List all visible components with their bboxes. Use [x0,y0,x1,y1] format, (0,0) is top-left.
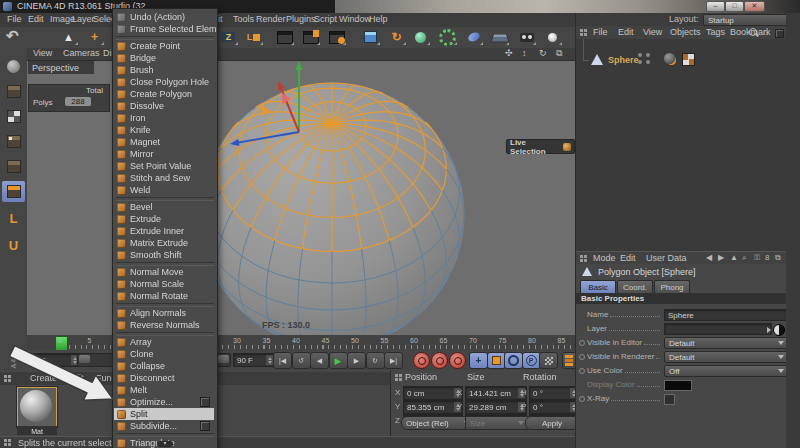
coords-field-x-0[interactable]: 0 cm [403,386,463,400]
context-menu-item-extrude-inner[interactable]: Extrude Inner [114,225,214,237]
menu-item-window[interactable]: Window [339,14,371,24]
record-rotation-toggle[interactable] [504,352,523,369]
coords-field-p-2[interactable]: 0 ° [529,400,579,414]
panel-grip-icon[interactable] [4,439,11,446]
menu-item-script[interactable]: Script [314,14,337,24]
object-manager-menu-file[interactable]: File [593,27,608,37]
coordinate-system-toggle[interactable]: Z [218,28,239,46]
close-button[interactable]: ✕ [744,1,765,12]
materials-menu-create[interactable]: Create [30,373,57,383]
context-menu-item-brush[interactable]: Brush [114,64,214,76]
keyframe-selection-button[interactable] [449,352,466,369]
maximize-button[interactable]: □ [725,1,744,12]
live-selection-tool[interactable]: ▲ [58,28,79,46]
dropdown-visible-in-editor[interactable]: Default [664,337,789,349]
context-menu-item-frame-selected-elements[interactable]: Frame Selected Elements [114,23,214,35]
object-name[interactable]: Sphere [608,55,639,65]
context-menu-item-bridge[interactable]: Bridge [114,52,214,64]
render-settings-button[interactable] [326,28,347,46]
coords-size-dropdown[interactable]: Size [465,416,529,430]
make-editable-button[interactable] [2,56,25,77]
apply-button[interactable]: Apply [525,416,579,430]
render-picture-viewer-button[interactable] [300,28,321,46]
context-menu-item-reverse-normals[interactable]: Reverse Normals [114,319,214,331]
context-menu-item-magnet[interactable]: Magnet [114,136,214,148]
menu-item-render[interactable]: Render [256,14,286,24]
points-mode-button[interactable] [2,131,25,152]
layer-popup-arrow-icon[interactable] [767,327,771,333]
context-menu-item-extrude[interactable]: Extrude [114,213,214,225]
menu-scroll-down-icon[interactable]: ▾ [157,441,173,447]
panel-grip-icon[interactable] [580,255,587,262]
menu-item-tools[interactable]: Tools [233,14,254,24]
coords-field-x-1[interactable]: 141.421 cm [465,386,527,400]
deformer-button[interactable] [463,28,484,46]
context-menu-item-optimize-[interactable]: Optimize... [114,396,214,408]
move-tool[interactable]: + [84,28,105,46]
record-keyframe-button[interactable] [413,352,430,369]
menu-item-file[interactable]: File [7,14,22,24]
context-menu-item-melt[interactable]: Melt [114,384,214,396]
record-position-toggle[interactable]: + [469,352,488,369]
camera-button[interactable] [516,28,537,46]
link-icon[interactable]: 8 [765,253,769,262]
context-menu-item-set-point-value[interactable]: Set Point Value [114,160,214,172]
context-menu-item-dissolve[interactable]: Dissolve [114,100,214,112]
materials-menu-edit[interactable]: Edit [68,373,84,383]
section-header-basic-properties[interactable]: Basic Properties [576,293,787,304]
go-end-button[interactable]: ▶| [384,352,403,369]
context-menu-item-undo-action-[interactable]: Undo (Action) [114,11,214,23]
lock-icon[interactable]: ⚿ [754,253,760,263]
polygons-mode-button[interactable] [2,181,25,202]
context-menu-item-iron[interactable]: Iron [114,112,214,124]
name-input[interactable]: Sphere [664,309,787,321]
visibility-dot[interactable] [646,53,650,57]
record-parameter-toggle[interactable]: P [522,352,541,369]
uvw-tag-icon[interactable] [682,53,695,66]
object-manager[interactable]: Sphere [576,39,787,251]
record-point-level-toggle[interactable] [539,352,558,369]
attribute-menu-edit[interactable]: Edit [620,253,636,263]
undo-icon[interactable]: ↶ [6,27,19,45]
animation-toggle-circle[interactable] [579,340,585,346]
animation-toggle-circle[interactable] [579,368,585,374]
viewport-perspective[interactable]: ViewCamerasDisplay✣↕↻⧉ Perspective Total… [27,48,575,335]
tab-basic[interactable]: Basic [580,280,616,293]
context-menu-item-collapse[interactable]: Collapse [114,360,214,372]
context-menu-item-close-polygon-hole[interactable]: Close Polygon Hole [114,76,214,88]
snap-magnet-button[interactable]: U [2,235,25,256]
animation-toggle-circle[interactable] [579,396,585,402]
attribute-menu-user-data[interactable]: User Data [646,253,687,263]
menu-item-it[interactable]: it [218,14,223,24]
tab-phong[interactable]: Phong [654,280,690,293]
coords-field-y-0[interactable]: 85.355 cm [403,400,463,414]
menu-item-layer[interactable]: Layer [72,14,95,24]
range-slider-right-handle[interactable] [218,355,229,363]
context-menu-item-align-normals[interactable]: Align Normals [114,307,214,319]
axis-mode-button[interactable]: L [2,208,25,229]
home-icon[interactable]: ⌂ [763,27,768,37]
model-mode-button[interactable] [2,81,25,102]
frame-back-button[interactable]: ◀ [310,352,329,369]
coords-field-y-1[interactable]: 29.289 cm [465,400,527,414]
context-menu-item-bevel[interactable]: Bevel [114,201,214,213]
record-scale-toggle[interactable] [487,352,506,369]
visibility-dot[interactable] [638,53,642,57]
camera-label-chip[interactable]: Perspective [28,61,94,74]
x-ray-checkbox[interactable] [664,394,675,405]
axis-modify-tool[interactable]: L [243,28,264,46]
phong-tag-icon[interactable] [664,53,675,64]
edges-mode-button[interactable] [2,156,25,177]
object-manager-menu-tags[interactable]: Tags [706,27,725,37]
menu-item-edit[interactable]: Edit [28,14,44,24]
frame-forward-button[interactable]: ▶ [347,352,366,369]
options-box-icon[interactable] [200,397,210,407]
texture-mode-button[interactable] [2,106,25,127]
select-parent-icon[interactable]: ▲ [730,253,738,262]
context-menu-item-create-point[interactable]: Create Point [114,40,214,52]
context-menu-item-array[interactable]: Array [114,336,214,348]
range-slider-left-handle[interactable] [79,355,90,363]
context-menu-item-split[interactable]: Split [114,408,214,420]
panel-grip-icon[interactable] [395,374,402,381]
history-back-icon[interactable]: ◀ [706,253,712,262]
